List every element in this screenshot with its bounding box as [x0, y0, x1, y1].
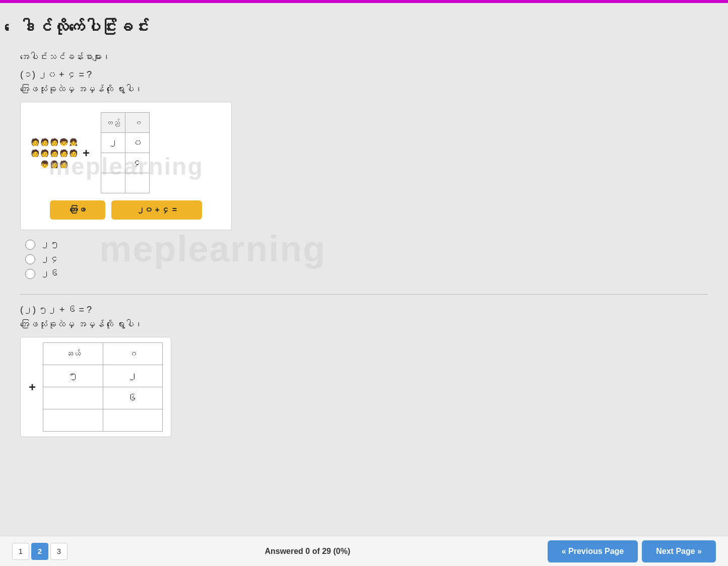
person-1: 🧑 [31, 138, 39, 146]
question1-grid: တည် ဂ ၂ ၀ ၄ [101, 112, 150, 193]
page-1-btn[interactable]: 1 [12, 543, 29, 560]
person-2: 🧑 [40, 138, 49, 146]
grid1-r1c2: ၀ [125, 133, 150, 153]
option1-1-label: ၂၅ [40, 239, 59, 250]
prev-page-btn[interactable]: « Previous Page [548, 540, 638, 562]
option1-2[interactable]: ၂၄ [25, 254, 708, 264]
grid1-r1c1: ၂ [101, 133, 125, 153]
people-row-2: 🧑 🧑 🧑 🧑 🧑 [31, 149, 78, 157]
question2-instruction: အဖြေသုံးခုထဲမှ အမှန်ကို ရွေးပါ၊ [20, 319, 708, 330]
grid1-header-col1: တည် [101, 113, 125, 133]
grid2-r3c1 [43, 409, 103, 432]
question1-image-inner: 🧑 🧑 🧑 🧒 👧 🧑 🧑 🧑 🧑 🧑 👦 [31, 112, 221, 193]
equation-btn-1[interactable]: ၂၀ + ၄ = [111, 200, 202, 220]
person-8: 🧑 [50, 149, 58, 157]
plus-sign-1: + [83, 146, 90, 160]
question1-options: ၂၅ ၂၄ ၂၆ [25, 239, 708, 279]
answer-btn-1[interactable]: အဖြေ [50, 200, 105, 220]
option1-3-label: ၂၆ [40, 268, 59, 279]
grid2-header-col2: ဂ [103, 343, 163, 365]
question2-image-box: + ဆယ် ဂ ၅ ၂ ၆ [20, 337, 171, 437]
grid2-r3c2 [103, 409, 163, 432]
person-7: 🧑 [40, 149, 49, 157]
person-5: 👧 [69, 138, 78, 146]
grid1-r2c2: ၄ [125, 153, 150, 173]
radio-1-3[interactable] [25, 269, 35, 279]
question1-label: (၁) ၂၀ + ၄ = ? [20, 69, 708, 80]
person-11: 👦 [40, 160, 49, 168]
radio-1-2[interactable] [25, 254, 35, 264]
question1-image-box: meplearning 🧑 🧑 🧑 🧒 👧 🧑 🧑 🧑 🧑 [20, 102, 232, 230]
main-content: meplearning ဒေါင်လိုက်ပေါင်းခြင်း အပေါင်… [0, 3, 728, 532]
instructions-text: အပေါင်းသင်ခန်းစာများ၊ [20, 52, 708, 62]
person-3: 🧑 [50, 138, 58, 146]
grid2-r2c1 [43, 387, 103, 409]
page-title: ဒေါင်လိုက်ပေါင်းခြင်း [20, 18, 708, 37]
nav-buttons: « Previous Page Next Page » [548, 540, 716, 562]
person-10: 🧑 [69, 149, 78, 157]
people-row-3: 👦 👩 🧑 [40, 160, 68, 168]
page-3-btn[interactable]: 3 [50, 543, 68, 560]
section-divider [20, 294, 708, 295]
person-9: 🧑 [59, 149, 68, 157]
people-row-1: 🧑 🧑 🧑 🧒 👧 [31, 138, 78, 146]
person-13: 🧑 [59, 160, 68, 168]
grid2-header-col1: ဆယ် [43, 343, 103, 365]
question2-label: (၂) ၅၂ + ၆ = ? [20, 305, 708, 315]
person-4: 🧒 [59, 138, 68, 146]
grid2-r1c1: ၅ [43, 365, 103, 387]
page-2-btn[interactable]: 2 [31, 543, 48, 560]
radio-1-1[interactable] [25, 240, 35, 250]
grid1-header-col2: ဂ [125, 113, 150, 133]
page-numbers: 1 2 3 [12, 543, 68, 560]
next-page-btn[interactable]: Next Page » [642, 540, 716, 562]
people-images: 🧑 🧑 🧑 🧒 👧 🧑 🧑 🧑 🧑 🧑 👦 [31, 138, 78, 168]
grid1-r3c1 [101, 173, 125, 193]
option1-2-label: ၂၄ [40, 254, 59, 264]
bottom-bar: 1 2 3 Answered 0 of 29 (0%) « Previous P… [0, 536, 728, 566]
option1-3[interactable]: ၂၆ [25, 268, 708, 279]
answered-status: Answered 0 of 29 (0%) [264, 547, 350, 556]
grid2-r1c2: ၂ [103, 365, 163, 387]
question1-instruction: အဖြေသုံးခုထဲမှ အမှန်ကို ရွေးပါ၊ [20, 84, 708, 95]
question2-grid: ဆယ် ဂ ၅ ၂ ၆ [43, 342, 163, 432]
grid1-r3c2 [125, 173, 150, 193]
grid2-r2c2: ၆ [103, 387, 163, 409]
person-12: 👩 [50, 160, 58, 168]
grid1-r2c1 [101, 153, 125, 173]
image-buttons-1: အဖြေ ၂၀ + ၄ = [31, 200, 221, 220]
person-6: 🧑 [31, 149, 39, 157]
option1-1[interactable]: ၂၅ [25, 239, 708, 250]
plus-sign-2: + [29, 380, 36, 394]
